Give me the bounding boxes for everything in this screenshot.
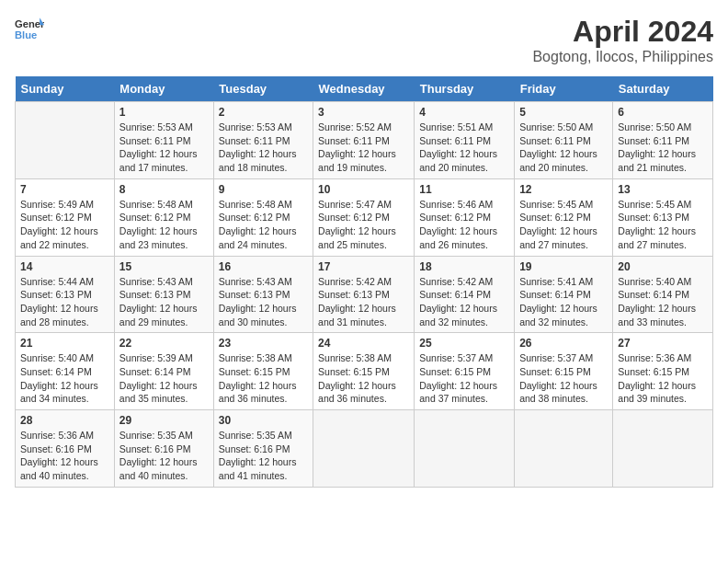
calendar-day-cell: 2Sunrise: 5:53 AM Sunset: 6:11 PM Daylig…	[213, 102, 313, 179]
day-number: 11	[419, 183, 509, 196]
day-info: Sunrise: 5:43 AM Sunset: 6:13 PM Dayligh…	[219, 275, 308, 329]
logo-icon: General Blue	[15, 15, 44, 44]
calendar-day-cell: 8Sunrise: 5:48 AM Sunset: 6:12 PM Daylig…	[114, 178, 213, 256]
calendar-day-cell: 29Sunrise: 5:35 AM Sunset: 6:16 PM Dayli…	[114, 410, 213, 488]
calendar-day-cell: 11Sunrise: 5:46 AM Sunset: 6:12 PM Dayli…	[415, 178, 515, 256]
calendar-day-cell: 9Sunrise: 5:48 AM Sunset: 6:12 PM Daylig…	[213, 178, 313, 256]
day-info: Sunrise: 5:53 AM Sunset: 6:11 PM Dayligh…	[219, 121, 308, 175]
day-info: Sunrise: 5:50 AM Sunset: 6:11 PM Dayligh…	[519, 121, 608, 175]
day-info: Sunrise: 5:43 AM Sunset: 6:13 PM Dayligh…	[119, 275, 209, 329]
calendar-week-row: 28Sunrise: 5:36 AM Sunset: 6:16 PM Dayli…	[16, 410, 713, 488]
day-number: 30	[219, 414, 308, 427]
day-info: Sunrise: 5:36 AM Sunset: 6:16 PM Dayligh…	[20, 429, 109, 483]
calendar-day-cell	[313, 410, 415, 488]
day-number: 24	[318, 337, 409, 350]
day-number: 17	[318, 260, 409, 273]
calendar-day-cell: 21Sunrise: 5:40 AM Sunset: 6:14 PM Dayli…	[16, 333, 115, 410]
calendar-day-cell: 26Sunrise: 5:37 AM Sunset: 6:15 PM Dayli…	[515, 333, 613, 410]
day-info: Sunrise: 5:51 AM Sunset: 6:11 PM Dayligh…	[419, 121, 509, 175]
calendar-day-cell: 1Sunrise: 5:53 AM Sunset: 6:11 PM Daylig…	[114, 102, 213, 179]
calendar-day-cell: 27Sunrise: 5:36 AM Sunset: 6:15 PM Dayli…	[613, 333, 713, 410]
calendar-week-row: 7Sunrise: 5:49 AM Sunset: 6:12 PM Daylig…	[16, 178, 713, 256]
day-number: 23	[219, 337, 308, 350]
day-info: Sunrise: 5:42 AM Sunset: 6:14 PM Dayligh…	[419, 275, 509, 329]
day-info: Sunrise: 5:38 AM Sunset: 6:15 PM Dayligh…	[219, 351, 308, 406]
day-number: 28	[20, 414, 109, 427]
day-number: 19	[519, 260, 608, 273]
calendar-day-header: Thursday	[415, 76, 515, 102]
calendar-day-cell: 25Sunrise: 5:37 AM Sunset: 6:15 PM Dayli…	[415, 333, 515, 410]
day-info: Sunrise: 5:42 AM Sunset: 6:13 PM Dayligh…	[318, 275, 409, 329]
calendar-day-cell: 4Sunrise: 5:51 AM Sunset: 6:11 PM Daylig…	[415, 102, 515, 179]
calendar-day-cell	[16, 102, 115, 179]
day-info: Sunrise: 5:40 AM Sunset: 6:14 PM Dayligh…	[618, 275, 708, 329]
calendar-day-cell	[515, 410, 613, 488]
day-info: Sunrise: 5:37 AM Sunset: 6:15 PM Dayligh…	[419, 351, 509, 406]
calendar-day-cell	[613, 410, 713, 488]
calendar-day-cell: 3Sunrise: 5:52 AM Sunset: 6:11 PM Daylig…	[313, 102, 415, 179]
calendar-day-cell: 17Sunrise: 5:42 AM Sunset: 6:13 PM Dayli…	[313, 256, 415, 333]
day-info: Sunrise: 5:38 AM Sunset: 6:15 PM Dayligh…	[318, 351, 409, 406]
day-number: 5	[519, 106, 608, 119]
day-number: 8	[119, 183, 209, 196]
calendar-day-cell: 12Sunrise: 5:45 AM Sunset: 6:12 PM Dayli…	[515, 178, 613, 256]
calendar-header-row: SundayMondayTuesdayWednesdayThursdayFrid…	[16, 76, 713, 102]
day-number: 29	[119, 414, 209, 427]
calendar-day-cell: 16Sunrise: 5:43 AM Sunset: 6:13 PM Dayli…	[213, 256, 313, 333]
calendar-day-cell: 19Sunrise: 5:41 AM Sunset: 6:14 PM Dayli…	[515, 256, 613, 333]
calendar-day-cell: 10Sunrise: 5:47 AM Sunset: 6:12 PM Dayli…	[313, 178, 415, 256]
calendar-day-cell: 20Sunrise: 5:40 AM Sunset: 6:14 PM Dayli…	[613, 256, 713, 333]
day-info: Sunrise: 5:35 AM Sunset: 6:16 PM Dayligh…	[219, 429, 308, 483]
calendar-subtitle: Bogtong, Ilocos, Philippines	[532, 49, 713, 65]
calendar-day-cell: 14Sunrise: 5:44 AM Sunset: 6:13 PM Dayli…	[16, 256, 115, 333]
calendar-day-header: Sunday	[16, 76, 115, 102]
calendar-day-cell: 28Sunrise: 5:36 AM Sunset: 6:16 PM Dayli…	[16, 410, 115, 488]
calendar-day-cell: 24Sunrise: 5:38 AM Sunset: 6:15 PM Dayli…	[313, 333, 415, 410]
day-info: Sunrise: 5:41 AM Sunset: 6:14 PM Dayligh…	[519, 275, 608, 329]
day-info: Sunrise: 5:50 AM Sunset: 6:11 PM Dayligh…	[618, 121, 708, 175]
calendar-day-cell: 13Sunrise: 5:45 AM Sunset: 6:13 PM Dayli…	[613, 178, 713, 256]
day-number: 14	[20, 260, 109, 273]
logo: General Blue	[15, 15, 48, 44]
day-info: Sunrise: 5:39 AM Sunset: 6:14 PM Dayligh…	[119, 351, 209, 406]
calendar-table: SundayMondayTuesdayWednesdayThursdayFrid…	[15, 76, 713, 488]
day-number: 13	[618, 183, 708, 196]
title-block: April 2024 Bogtong, Ilocos, Philippines	[532, 15, 713, 65]
calendar-day-header: Tuesday	[213, 76, 313, 102]
day-number: 16	[219, 260, 308, 273]
calendar-day-header: Monday	[114, 76, 213, 102]
calendar-week-row: 21Sunrise: 5:40 AM Sunset: 6:14 PM Dayli…	[16, 333, 713, 410]
day-info: Sunrise: 5:36 AM Sunset: 6:15 PM Dayligh…	[618, 351, 708, 406]
calendar-day-cell	[415, 410, 515, 488]
day-number: 3	[318, 106, 409, 119]
day-number: 25	[419, 337, 509, 350]
calendar-day-cell: 18Sunrise: 5:42 AM Sunset: 6:14 PM Dayli…	[415, 256, 515, 333]
calendar-day-cell: 5Sunrise: 5:50 AM Sunset: 6:11 PM Daylig…	[515, 102, 613, 179]
calendar-day-cell: 6Sunrise: 5:50 AM Sunset: 6:11 PM Daylig…	[613, 102, 713, 179]
day-number: 9	[219, 183, 308, 196]
day-number: 10	[318, 183, 409, 196]
day-info: Sunrise: 5:53 AM Sunset: 6:11 PM Dayligh…	[119, 121, 209, 175]
day-number: 22	[119, 337, 209, 350]
day-info: Sunrise: 5:37 AM Sunset: 6:15 PM Dayligh…	[519, 351, 608, 406]
svg-text:Blue: Blue	[15, 29, 37, 40]
calendar-day-cell: 15Sunrise: 5:43 AM Sunset: 6:13 PM Dayli…	[114, 256, 213, 333]
page-header: General Blue April 2024 Bogtong, Ilocos,…	[15, 15, 713, 65]
day-number: 15	[119, 260, 209, 273]
day-number: 1	[119, 106, 209, 119]
day-number: 12	[519, 183, 608, 196]
day-info: Sunrise: 5:48 AM Sunset: 6:12 PM Dayligh…	[219, 198, 308, 252]
calendar-day-header: Wednesday	[313, 76, 415, 102]
day-number: 26	[519, 337, 608, 350]
calendar-day-cell: 22Sunrise: 5:39 AM Sunset: 6:14 PM Dayli…	[114, 333, 213, 410]
day-info: Sunrise: 5:40 AM Sunset: 6:14 PM Dayligh…	[20, 351, 109, 406]
day-info: Sunrise: 5:46 AM Sunset: 6:12 PM Dayligh…	[419, 198, 509, 252]
calendar-day-cell: 23Sunrise: 5:38 AM Sunset: 6:15 PM Dayli…	[213, 333, 313, 410]
day-number: 20	[618, 260, 708, 273]
day-number: 18	[419, 260, 509, 273]
day-number: 7	[20, 183, 109, 196]
day-info: Sunrise: 5:47 AM Sunset: 6:12 PM Dayligh…	[318, 198, 409, 252]
day-number: 2	[219, 106, 308, 119]
day-info: Sunrise: 5:35 AM Sunset: 6:16 PM Dayligh…	[119, 429, 209, 483]
day-info: Sunrise: 5:45 AM Sunset: 6:13 PM Dayligh…	[618, 198, 708, 252]
